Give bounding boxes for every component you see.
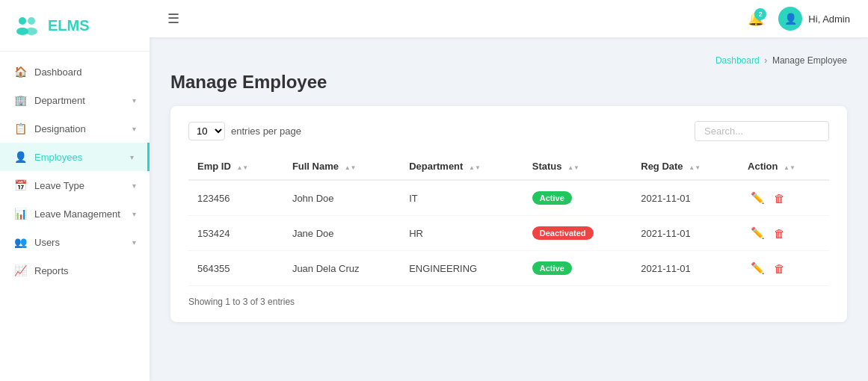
cell-reg-date: 2021-11-01 xyxy=(632,180,739,216)
breadcrumb-current: Manage Employee xyxy=(772,55,847,66)
employee-table: Emp ID ▲▼ Full Name ▲▼ Department ▲▼ S xyxy=(188,153,829,286)
sidebar-item-leave-type[interactable]: 📅 Leave Type ▾ xyxy=(0,171,150,199)
col-emp-id: Emp ID ▲▼ xyxy=(188,153,283,180)
cell-reg-date: 2021-11-01 xyxy=(632,251,739,286)
delete-button[interactable]: 🗑 xyxy=(771,226,788,241)
entries-label: entries per page xyxy=(231,126,301,137)
chevron-down-icon: ▾ xyxy=(132,125,136,133)
edit-button[interactable]: ✏️ xyxy=(748,260,768,276)
designation-icon: 📋 xyxy=(13,122,27,135)
delete-button[interactable]: 🗑 xyxy=(771,261,788,276)
col-department: Department ▲▼ xyxy=(400,153,523,180)
cell-emp-id: 123456 xyxy=(188,180,283,216)
col-status: Status ▲▼ xyxy=(523,153,632,180)
content-area: Dashboard › Manage Employee Manage Emplo… xyxy=(150,37,868,381)
admin-name: Hi, Admin xyxy=(808,13,850,25)
main-area: ☰ 🔔 2 👤 Hi, Admin Dashboard › Manage Emp… xyxy=(150,0,868,381)
sidebar-item-department[interactable]: 🏢 Department ▾ xyxy=(0,86,150,114)
col-action: Action ▲▼ xyxy=(739,153,829,180)
sidebar-item-users[interactable]: 👥 Users ▾ xyxy=(0,228,150,256)
sidebar-item-leave-management[interactable]: 📊 Leave Management ▾ xyxy=(0,199,150,228)
cell-department: HR xyxy=(400,216,523,251)
sidebar: ELMS 🏠 Dashboard 🏢 Department ▾ 📋 Design… xyxy=(0,0,150,381)
status-badge: Active xyxy=(532,191,572,205)
entries-per-page-select[interactable]: 10 25 50 xyxy=(188,122,225,140)
topbar-right: 🔔 2 👤 Hi, Admin xyxy=(744,7,850,31)
cell-full-name: Jane Doe xyxy=(283,216,400,251)
page-title: Manage Employee xyxy=(170,72,847,93)
status-badge: Active xyxy=(532,261,572,275)
chevron-down-icon: ▾ xyxy=(132,96,136,105)
sort-arrows-status[interactable]: ▲▼ xyxy=(567,165,579,171)
sort-arrows-empid[interactable]: ▲▼ xyxy=(236,165,248,171)
edit-button[interactable]: ✏️ xyxy=(748,190,768,206)
avatar: 👤 xyxy=(778,7,802,31)
sort-arrows-fullname[interactable]: ▲▼ xyxy=(345,165,357,171)
notification-badge: 2 xyxy=(754,8,766,20)
employees-icon: 👤 xyxy=(13,150,27,164)
leave-management-icon: 📊 xyxy=(13,207,27,220)
sort-arrows-dept[interactable]: ▲▼ xyxy=(469,165,481,171)
leave-type-icon: 📅 xyxy=(13,179,27,192)
edit-button[interactable]: ✏️ xyxy=(748,225,768,241)
sidebar-item-designation[interactable]: 📋 Designation ▾ xyxy=(0,114,150,143)
table-row: 564355 Juan Dela Cruz ENGINEERING Active… xyxy=(188,251,829,286)
chevron-down-icon: ▾ xyxy=(130,153,134,161)
cell-action: ✏️ 🗑 xyxy=(739,180,829,216)
svg-point-1 xyxy=(28,17,35,25)
avatar-icon: 👤 xyxy=(784,13,797,25)
sidebar-item-employees[interactable]: 👤 Employees ▾ xyxy=(0,143,150,171)
cell-action: ✏️ 🗑 xyxy=(739,216,829,251)
cell-status: Deactivated xyxy=(523,216,632,251)
chevron-down-icon: ▾ xyxy=(132,182,136,190)
sidebar-nav: 🏠 Dashboard 🏢 Department ▾ 📋 Designation… xyxy=(0,52,150,381)
cell-reg-date: 2021-11-01 xyxy=(632,216,739,251)
table-footer: Showing 1 to 3 of 3 entries xyxy=(188,297,829,307)
cell-status: Active xyxy=(523,180,632,216)
table-toolbar: 10 25 50 entries per page xyxy=(188,121,829,141)
svg-point-0 xyxy=(19,17,26,25)
admin-menu[interactable]: 👤 Hi, Admin xyxy=(778,7,850,31)
employee-table-card: 10 25 50 entries per page Emp ID ▲▼ xyxy=(170,106,847,322)
dashboard-icon: 🏠 xyxy=(13,65,27,78)
sidebar-item-label: Designation xyxy=(34,123,86,134)
topbar-left: ☰ xyxy=(167,10,179,27)
department-icon: 🏢 xyxy=(13,93,27,107)
sidebar-item-label: Users xyxy=(34,237,60,248)
cell-action: ✏️ 🗑 xyxy=(739,251,829,286)
col-full-name: Full Name ▲▼ xyxy=(283,153,400,180)
cell-full-name: Juan Dela Cruz xyxy=(283,251,400,286)
logo-text: ELMS xyxy=(48,17,90,34)
search-input[interactable] xyxy=(695,121,829,141)
status-badge: Deactivated xyxy=(532,226,594,240)
delete-button[interactable]: 🗑 xyxy=(771,190,788,206)
sidebar-logo: ELMS xyxy=(0,0,150,52)
cell-emp-id: 564355 xyxy=(188,251,283,286)
sidebar-item-label: Department xyxy=(34,95,85,106)
logo-icon xyxy=(13,12,40,39)
table-row: 153424 Jane Doe HR Deactivated 2021-11-0… xyxy=(188,216,829,251)
hamburger-icon[interactable]: ☰ xyxy=(167,10,179,27)
cell-status: Active xyxy=(523,251,632,286)
sidebar-item-label: Dashboard xyxy=(34,66,82,78)
col-reg-date: Reg Date ▲▼ xyxy=(632,153,739,180)
sidebar-item-reports[interactable]: 📈 Reports xyxy=(0,256,150,285)
notification-bell[interactable]: 🔔 2 xyxy=(744,7,768,31)
cell-emp-id: 153424 xyxy=(188,216,283,251)
breadcrumb-parent[interactable]: Dashboard xyxy=(715,55,760,66)
sidebar-item-label: Reports xyxy=(34,265,69,276)
sidebar-item-label: Leave Management xyxy=(34,208,120,220)
cell-full-name: John Doe xyxy=(283,180,400,216)
cell-department: IT xyxy=(400,180,523,216)
breadcrumb: Dashboard › Manage Employee xyxy=(170,55,847,66)
chevron-down-icon: ▾ xyxy=(132,210,136,218)
sidebar-item-label: Employees xyxy=(34,152,82,163)
sidebar-item-label: Leave Type xyxy=(34,180,84,191)
sort-arrows-action[interactable]: ▲▼ xyxy=(784,165,795,171)
sidebar-item-dashboard[interactable]: 🏠 Dashboard xyxy=(0,58,150,86)
reports-icon: 📈 xyxy=(13,264,27,277)
cell-department: ENGINEERING xyxy=(400,251,523,286)
sort-arrows-regdate[interactable]: ▲▼ xyxy=(689,165,701,171)
chevron-down-icon: ▾ xyxy=(132,238,136,247)
svg-point-3 xyxy=(25,28,37,35)
